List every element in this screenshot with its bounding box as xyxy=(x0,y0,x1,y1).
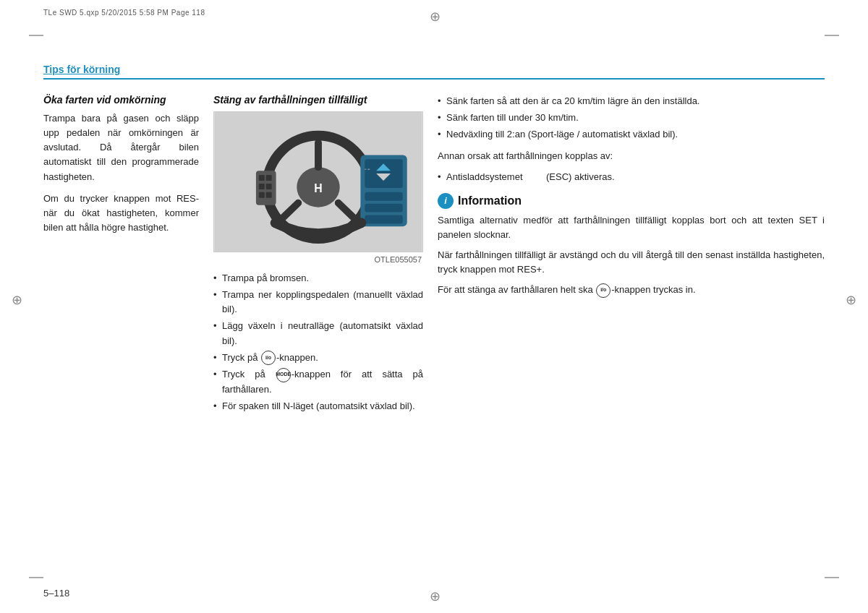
svg-rect-9 xyxy=(266,175,272,181)
col-mid: Stäng av farthållningen tillfälligt H xyxy=(206,94,430,570)
info-title-row: i Information xyxy=(438,193,825,209)
page-number: 5–118 xyxy=(43,588,69,599)
list-item: Lägg växeln i neutralläge (automatsikt v… xyxy=(213,319,423,348)
list-item: Trampa på bromsen. xyxy=(213,271,423,286)
svg-text:H: H xyxy=(314,182,322,194)
svg-rect-18 xyxy=(365,192,402,201)
left-subtitle: Öka farten vid omkörning xyxy=(43,94,199,106)
crop-mark-br xyxy=(825,577,839,578)
col-left: Öka farten vid omkörning Trampa bara på … xyxy=(43,94,206,570)
crop-mark-bl xyxy=(29,577,43,578)
reg-mark-top: ⊕ xyxy=(430,10,441,23)
crop-mark-tr xyxy=(825,35,839,36)
mid-bullet-list: Trampa på bromsen. Trampa ner kopplingsp… xyxy=(213,271,423,413)
main-content: Öka farten vid omkörning Trampa bara på … xyxy=(43,94,825,570)
svg-rect-10 xyxy=(259,184,265,189)
io-icon-inline: i/o xyxy=(596,283,610,298)
crop-mark-tl xyxy=(29,35,43,36)
list-item: Sänk farten så att den är ca 20 km/tim l… xyxy=(438,94,825,108)
svg-rect-20 xyxy=(365,215,402,224)
svg-rect-13 xyxy=(266,192,272,198)
annan-orsak-text: Annan orsak att farthållningen kopplas a… xyxy=(438,149,825,163)
reg-mark-bottom: ⊕ xyxy=(430,590,441,603)
info-para1: Samtliga alternativ medför att farthålln… xyxy=(438,213,825,242)
list-item: Tryck på MODE-knappen för att sätta på f… xyxy=(213,367,423,397)
section-header: Tips för körning xyxy=(43,64,825,80)
svg-rect-8 xyxy=(259,175,265,181)
list-item: Sänk farten till under 30 km/tim. xyxy=(438,111,825,125)
list-item: Nedväxling till 2:an (Sport-läge / autom… xyxy=(438,127,825,142)
svg-rect-11 xyxy=(266,184,272,189)
section-title: Tips för körning xyxy=(43,64,120,75)
reg-mark-right: ⊕ xyxy=(846,293,856,306)
info-box: i Information Samtliga alternativ medför… xyxy=(438,193,825,298)
right-bullet-list-2: Antisladdsystemet (ESC) aktiveras. xyxy=(438,170,825,184)
info-para2: När farthållningen tillfälligt är avstän… xyxy=(438,248,825,277)
reg-mark-left: ⊕ xyxy=(12,293,22,306)
header-meta: TLe SWD 5.qxp 5/20/2015 5:58 PM Page 118 xyxy=(43,9,205,17)
info-para3: För att stänga av farthållaren helt ska … xyxy=(438,283,825,298)
svg-rect-12 xyxy=(259,192,265,198)
info-title: Information xyxy=(458,194,522,207)
io-icon: i/o xyxy=(261,351,276,365)
list-item: Trampa ner kopplingspedalen (manuellt vä… xyxy=(213,288,423,317)
info-icon: i xyxy=(438,193,454,209)
mode-icon: MODE xyxy=(276,368,291,382)
col-right: Sänk farten så att den är ca 20 km/tim l… xyxy=(430,94,825,570)
right-bullet-list-1: Sänk farten så att den är ca 20 km/tim l… xyxy=(438,94,825,142)
list-item: Tryck på i/o-knappen. xyxy=(213,351,423,366)
list-item: För spaken till N-läget (automatsikt väx… xyxy=(213,399,423,413)
list-item: Antisladdsystemet (ESC) aktiveras. xyxy=(438,170,825,184)
img-caption: OTLE055057 xyxy=(213,255,423,264)
svg-rect-19 xyxy=(365,204,402,213)
mid-subtitle: Stäng av farthållningen tillfälligt xyxy=(213,94,423,106)
left-para2: Om du trycker knappen mot RES- när du ök… xyxy=(43,192,199,235)
left-para1: Trampa bara på gasen och släpp upp pedal… xyxy=(43,111,199,184)
steering-wheel-image: H xyxy=(213,111,423,252)
